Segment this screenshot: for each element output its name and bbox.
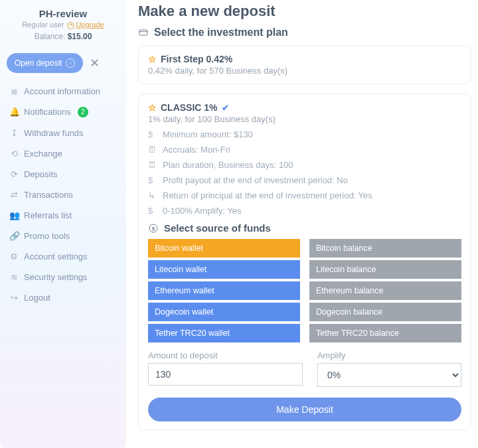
detail-text: Return of principal at the end of invest… bbox=[163, 190, 372, 200]
menu-icon: ⚙ bbox=[9, 252, 19, 261]
wallet-ethereum-wallet[interactable]: Ethereum wallet bbox=[148, 281, 300, 300]
sidebar-item-exchange[interactable]: ⟲Exchange bbox=[7, 143, 120, 164]
nav-menu: ≣Account information🔔Notifications2↧With… bbox=[7, 81, 120, 308]
detail-text: Minimum amount: $130 bbox=[163, 129, 253, 139]
balance-dogecoin-balance[interactable]: Dogecoin balance bbox=[309, 303, 461, 321]
plan-classic[interactable]: ☆ CLASSIC 1% ✔ 1% daily, for 100 Busines… bbox=[138, 94, 471, 430]
sidebar-item-account-settings[interactable]: ⚙Account settings bbox=[7, 246, 120, 267]
sof-grid: Bitcoin walletBitcoin balanceLitecoin wa… bbox=[148, 239, 461, 342]
plan-detail: 🗓Plan duration, Business days: 100 bbox=[148, 160, 461, 170]
menu-label: Logout bbox=[24, 293, 50, 303]
open-deposit-label: Open deposit bbox=[15, 58, 62, 68]
menu-icon: ⟲ bbox=[9, 149, 19, 159]
amplify-select[interactable]: 0% bbox=[317, 363, 461, 387]
main: Make a new deposit Select the investment… bbox=[126, 0, 478, 448]
plan-classic-title: CLASSIC 1% bbox=[161, 102, 218, 113]
wallet-tether-trc20-wallet[interactable]: Tether TRC20 wallet bbox=[148, 324, 300, 342]
arrow-down-circle-icon: ↓ bbox=[66, 58, 75, 68]
svg-rect-0 bbox=[139, 30, 147, 35]
star-icon: ☆ bbox=[148, 102, 157, 113]
menu-label: Account information bbox=[24, 86, 100, 96]
plan-first-step-title: First Step 0.42% bbox=[161, 54, 232, 64]
menu-icon: 🔔 bbox=[9, 107, 19, 117]
detail-icon: $ bbox=[148, 206, 157, 216]
plan-details: $Minimum amount: $130🗓Accruals: Mon-Fri🗓… bbox=[148, 129, 461, 216]
balance-value: $15.00 bbox=[68, 32, 92, 41]
user-type-label: Regular user bbox=[22, 21, 64, 29]
svg-text:$: $ bbox=[152, 225, 155, 231]
menu-icon: ≋ bbox=[9, 272, 19, 282]
balance-bitcoin-balance[interactable]: Bitcoin balance bbox=[309, 239, 461, 258]
plan-detail: $Profit payout at the end of investment … bbox=[148, 175, 461, 185]
plan-detail: $Minimum amount: $130 bbox=[148, 129, 461, 139]
menu-label: Promo tools bbox=[24, 231, 70, 241]
sof-heading-label: Select source of funds bbox=[164, 222, 271, 234]
menu-icon: 👥 bbox=[9, 210, 19, 220]
sidebar-item-logout[interactable]: ↪Logout bbox=[7, 287, 120, 308]
plan-detail: 🗓Accruals: Mon-Fri bbox=[148, 145, 461, 155]
dollar-circle-icon: $ bbox=[148, 223, 159, 234]
menu-icon: ⇄ bbox=[9, 190, 19, 200]
balance-label: Balance: bbox=[35, 32, 66, 41]
balance-ethereum-balance[interactable]: Ethereum balance bbox=[309, 281, 461, 300]
amplify-label: Amplify bbox=[317, 350, 461, 360]
sidebar-item-account-information[interactable]: ≣Account information bbox=[7, 81, 120, 102]
sidebar-item-promo-tools[interactable]: 🔗Promo tools bbox=[7, 226, 120, 246]
menu-icon: ↧ bbox=[9, 128, 19, 138]
wallet-dogecoin-wallet[interactable]: Dogecoin wallet bbox=[148, 303, 300, 321]
sidebar-item-security-settings[interactable]: ≋Security settings bbox=[7, 267, 120, 287]
menu-icon: ≣ bbox=[9, 86, 19, 96]
wallet-bitcoin-wallet[interactable]: Bitcoin wallet bbox=[148, 239, 300, 258]
menu-icon: ⟳ bbox=[9, 169, 19, 179]
plan-first-step-sub: 0.42% daily, for 570 Business day(s) bbox=[148, 66, 461, 76]
amount-label: Amount to deposit bbox=[148, 350, 303, 360]
balance-tether-trc20-balance[interactable]: Tether TRC20 balance bbox=[309, 324, 461, 342]
star-icon: ☆ bbox=[148, 54, 157, 64]
sidebar-item-notifications[interactable]: 🔔Notifications2 bbox=[7, 102, 120, 123]
user-type: Regular user Upgrade bbox=[7, 21, 120, 29]
upgrade-icon bbox=[67, 22, 74, 29]
detail-text: Profit payout at the end of investment p… bbox=[163, 175, 348, 185]
menu-icon: ↪ bbox=[9, 293, 19, 303]
plan-first-step[interactable]: ☆ First Step 0.42% 0.42% daily, for 570 … bbox=[138, 45, 471, 84]
make-deposit-button[interactable]: Make Deposit bbox=[148, 398, 461, 421]
check-icon: ✔ bbox=[222, 103, 229, 113]
sidebar-item-transactions[interactable]: ⇄Transactions bbox=[7, 185, 120, 205]
amount-input[interactable] bbox=[148, 363, 303, 386]
detail-icon: 🗓 bbox=[148, 160, 157, 170]
detail-icon: $ bbox=[148, 175, 157, 185]
plan-classic-sub: 1% daily, for 100 Business day(s) bbox=[148, 114, 461, 124]
badge: 2 bbox=[78, 107, 88, 117]
select-plan-label: Select the investment plan bbox=[154, 27, 288, 38]
upgrade-link[interactable]: Upgrade bbox=[76, 21, 104, 29]
plan-detail: ↳Return of principal at the end of inves… bbox=[148, 190, 461, 200]
amplify-group: Amplify 0% bbox=[317, 350, 461, 387]
balance-litecoin-balance[interactable]: Litecoin balance bbox=[309, 260, 461, 279]
sidebar-item-withdraw-funds[interactable]: ↧Withdraw funds bbox=[7, 123, 120, 143]
close-icon[interactable]: ✕ bbox=[90, 56, 100, 70]
detail-icon: $ bbox=[148, 129, 157, 139]
detail-text: 0-100% Amplify: Yes bbox=[163, 206, 242, 216]
menu-icon: 🔗 bbox=[9, 231, 19, 241]
balance-line: Balance: $15.00 bbox=[7, 32, 120, 41]
open-deposit-button[interactable]: Open deposit ↓ bbox=[7, 53, 83, 73]
select-plan-heading: Select the investment plan bbox=[138, 27, 471, 38]
menu-label: Withdraw funds bbox=[24, 128, 84, 138]
sidebar-item-deposits[interactable]: ⟳Deposits bbox=[7, 164, 120, 185]
sidebar-item-referrals-list[interactable]: 👥Referrals list bbox=[7, 205, 120, 226]
amount-group: Amount to deposit bbox=[148, 350, 303, 387]
sidebar: PH-review Regular user Upgrade Balance: … bbox=[0, 0, 126, 448]
wallet-litecoin-wallet[interactable]: Litecoin wallet bbox=[148, 260, 300, 279]
user-name: PH-review bbox=[7, 8, 120, 19]
menu-label: Exchange bbox=[24, 149, 62, 159]
card-icon bbox=[138, 27, 149, 38]
detail-text: Plan duration, Business days: 100 bbox=[163, 160, 293, 170]
user-box: PH-review Regular user Upgrade Balance: … bbox=[7, 5, 120, 48]
detail-icon: ↳ bbox=[148, 190, 157, 200]
plan-detail: $0-100% Amplify: Yes bbox=[148, 206, 461, 216]
page-title: Make a new deposit bbox=[138, 3, 471, 20]
menu-label: Account settings bbox=[24, 252, 87, 261]
menu-label: Referrals list bbox=[24, 210, 72, 220]
menu-label: Security settings bbox=[24, 272, 87, 282]
sof-heading: $ Select source of funds bbox=[148, 222, 461, 234]
